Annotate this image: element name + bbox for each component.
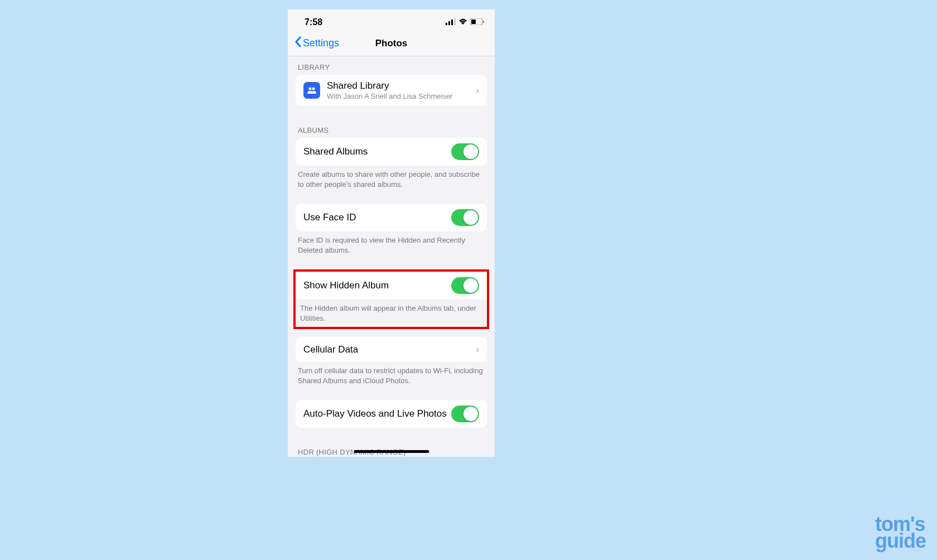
autoplay-title: Auto-Play Videos and Live Photos — [303, 408, 451, 419]
shared-library-title: Shared Library — [327, 80, 472, 91]
svg-point-8 — [312, 88, 315, 90]
chevron-right-icon: › — [476, 344, 479, 355]
status-time: 7:58 — [305, 17, 322, 27]
chevron-left-icon — [294, 36, 301, 50]
use-face-id-footer: Face ID is required to view the Hidden a… — [288, 231, 495, 262]
page-title: Photos — [375, 38, 408, 49]
svg-rect-5 — [471, 20, 476, 24]
shared-library-row[interactable]: Shared Library With Jason A Snell and Li… — [296, 75, 487, 106]
shared-albums-toggle[interactable] — [451, 143, 479, 160]
use-face-id-toggle[interactable] — [451, 209, 479, 226]
shared-albums-title: Shared Albums — [303, 146, 451, 157]
people-icon — [303, 82, 320, 99]
svg-rect-2 — [451, 20, 453, 25]
settings-content: LIBRARY Shared Library With Jason A Snel… — [288, 56, 495, 457]
section-header-library: LIBRARY — [288, 56, 495, 75]
watermark-logo: tom's guide — [875, 516, 926, 550]
use-face-id-title: Use Face ID — [303, 212, 451, 223]
shared-albums-row[interactable]: Shared Albums — [296, 138, 487, 166]
autoplay-toggle[interactable] — [451, 405, 479, 422]
cellular-data-title: Cellular Data — [303, 344, 472, 355]
autoplay-row[interactable]: Auto-Play Videos and Live Photos — [296, 400, 487, 428]
show-hidden-album-toggle[interactable] — [451, 277, 479, 294]
cellular-signal-icon — [446, 17, 456, 27]
cellular-data-row[interactable]: Cellular Data › — [296, 337, 487, 362]
status-bar: 7:58 — [288, 9, 495, 32]
section-header-hdr: HDR (HIGH DYNAMIC RANGE) — [288, 439, 495, 457]
show-hidden-album-row[interactable]: Show Hidden Album — [296, 272, 487, 300]
phone-screenshot: 7:58 Settings Photos LIBRARY — [288, 9, 495, 457]
home-indicator[interactable] — [354, 450, 429, 453]
svg-rect-3 — [454, 18, 456, 25]
svg-rect-0 — [446, 23, 447, 25]
highlight-annotation: Show Hidden Album The Hidden album will … — [293, 269, 489, 329]
back-button[interactable]: Settings — [294, 36, 339, 50]
svg-point-7 — [309, 88, 312, 90]
back-label: Settings — [303, 37, 339, 49]
status-icons — [446, 17, 485, 27]
use-face-id-row[interactable]: Use Face ID — [296, 204, 487, 231]
show-hidden-album-footer: The Hidden album will appear in the Albu… — [296, 300, 487, 327]
cellular-data-footer: Turn off cellular data to restrict updat… — [288, 362, 495, 392]
shared-albums-footer: Create albums to share with other people… — [288, 166, 495, 196]
section-header-albums: ALBUMS — [288, 117, 495, 138]
wifi-icon — [458, 17, 467, 27]
nav-bar: Settings Photos — [288, 32, 495, 56]
battery-icon — [470, 17, 485, 27]
svg-rect-6 — [483, 21, 484, 23]
show-hidden-album-title: Show Hidden Album — [303, 280, 451, 291]
chevron-right-icon: › — [476, 85, 479, 96]
shared-library-subtitle: With Jason A Snell and Lisa Schmeiser — [327, 92, 472, 100]
svg-rect-1 — [448, 21, 450, 25]
